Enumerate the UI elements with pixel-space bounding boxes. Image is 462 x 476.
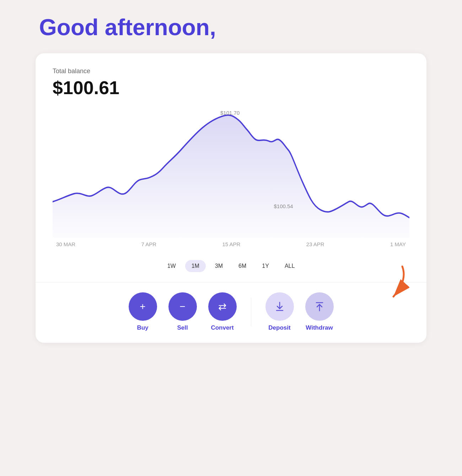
deposit-label: Deposit bbox=[268, 324, 290, 331]
filter-all[interactable]: ALL bbox=[278, 260, 301, 272]
filter-1m[interactable]: 1M bbox=[185, 260, 206, 272]
action-item-sell: − Sell bbox=[168, 292, 197, 331]
filter-1w[interactable]: 1W bbox=[161, 260, 182, 272]
filter-1y[interactable]: 1Y bbox=[256, 260, 275, 272]
filter-3m[interactable]: 3M bbox=[209, 260, 229, 272]
withdraw-button[interactable] bbox=[305, 292, 334, 321]
x-label-1may: 1 MAY bbox=[390, 241, 406, 247]
page-wrapper: Good afternoon, Total balance $100.61 $1… bbox=[36, 14, 426, 343]
action-divider bbox=[251, 298, 251, 326]
buy-label: Buy bbox=[137, 324, 148, 331]
main-card: Total balance $100.61 $101.70 $100.54 bbox=[36, 53, 426, 343]
x-label-7apr: 7 APR bbox=[141, 241, 157, 247]
filter-6m[interactable]: 6M bbox=[232, 260, 253, 272]
greeting: Good afternoon, bbox=[36, 14, 426, 40]
convert-button[interactable]: ⇄ bbox=[208, 292, 237, 321]
x-axis-labels: 30 MAR 7 APR 15 APR 23 APR 1 MAY bbox=[53, 238, 409, 247]
deposit-icon bbox=[274, 301, 285, 312]
balance-value: $100.61 bbox=[53, 77, 409, 98]
x-label-23apr: 23 APR bbox=[306, 241, 324, 247]
sell-label: Sell bbox=[177, 324, 188, 331]
x-label-30mar: 30 MAR bbox=[56, 241, 75, 247]
convert-icon: ⇄ bbox=[218, 301, 226, 313]
buy-button[interactable]: + bbox=[129, 292, 157, 321]
sell-button[interactable]: − bbox=[168, 292, 197, 321]
sell-icon: − bbox=[179, 301, 185, 312]
action-item-withdraw: Withdraw bbox=[305, 292, 334, 331]
action-item-convert: ⇄ Convert bbox=[208, 292, 237, 331]
withdraw-label: Withdraw bbox=[306, 324, 333, 331]
action-item-buy: + Buy bbox=[129, 292, 157, 331]
chart-trough-label: $100.54 bbox=[274, 203, 293, 209]
chart-peak-label: $101.70 bbox=[220, 110, 240, 116]
portfolio-chart: $101.70 $100.54 bbox=[53, 110, 409, 238]
chart-svg bbox=[53, 110, 409, 238]
action-item-deposit: Deposit bbox=[265, 292, 294, 331]
convert-label: Convert bbox=[211, 324, 233, 331]
deposit-button[interactable] bbox=[265, 292, 294, 321]
withdraw-icon bbox=[314, 301, 325, 312]
time-filters: 1W 1M 3M 6M 1Y ALL bbox=[53, 254, 409, 282]
buy-icon: + bbox=[140, 301, 145, 312]
x-label-15apr: 15 APR bbox=[222, 241, 241, 247]
balance-label: Total balance bbox=[53, 67, 409, 75]
action-buttons: + Buy − Sell ⇄ Convert bbox=[53, 282, 409, 343]
